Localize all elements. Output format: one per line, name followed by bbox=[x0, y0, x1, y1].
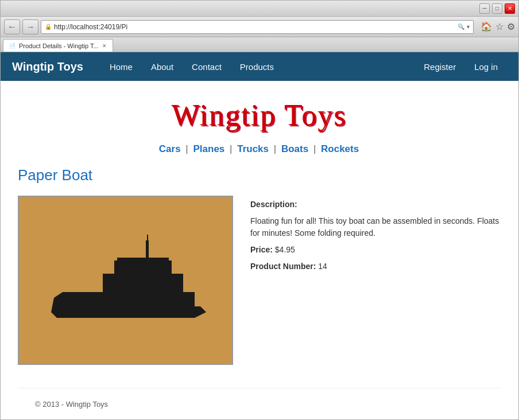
active-tab[interactable]: 📄 Product Details - Wingtip T... ✕ bbox=[3, 39, 113, 52]
nav-links: Home About Contact Products bbox=[100, 62, 415, 72]
close-button[interactable]: ✕ bbox=[505, 3, 515, 14]
product-number-label: Product Number: bbox=[250, 262, 316, 271]
nav-home[interactable]: Home bbox=[100, 62, 142, 72]
svg-rect-5 bbox=[147, 235, 148, 242]
description-label: Description: bbox=[250, 200, 297, 209]
home-icon[interactable]: 🏠 bbox=[481, 21, 492, 32]
svg-rect-3 bbox=[114, 260, 172, 275]
browser-toolbar-icons: 🏠 ☆ ⚙ bbox=[481, 21, 515, 32]
tab-bar: 📄 Product Details - Wingtip T... ✕ bbox=[1, 37, 518, 52]
address-icon: 🔒 bbox=[45, 24, 52, 30]
price-label: Price: bbox=[250, 245, 273, 254]
browser-window: ─ □ ✕ ← → 🔒 http://localhost:24019/Pi 🔍 … bbox=[0, 0, 519, 420]
sep-1: | bbox=[185, 143, 188, 154]
site-nav: Wingtip Toys Home About Contact Products… bbox=[1, 52, 518, 81]
product-number-value: 14 bbox=[318, 262, 327, 271]
minimize-button[interactable]: ─ bbox=[479, 3, 490, 14]
site-footer: © 2013 - Wingtip Toys bbox=[18, 388, 500, 419]
svg-marker-7 bbox=[63, 292, 77, 308]
svg-rect-1 bbox=[63, 292, 195, 308]
category-cars[interactable]: Cars bbox=[159, 143, 181, 154]
product-details: Description: Floating fun for all! This … bbox=[250, 196, 500, 277]
nav-register[interactable]: Register bbox=[415, 62, 465, 72]
footer-text: © 2013 - Wingtip Toys bbox=[35, 400, 108, 409]
title-bar: ─ □ ✕ bbox=[1, 1, 518, 17]
tab-close-button[interactable]: ✕ bbox=[102, 43, 107, 49]
nav-about[interactable]: About bbox=[142, 62, 183, 72]
product-image bbox=[18, 196, 233, 365]
main-content: Wingtip Toys Cars | Planes | Trucks | Bo… bbox=[1, 81, 517, 419]
nav-login[interactable]: Log in bbox=[465, 62, 507, 72]
site-logo: Wingtip Toys bbox=[18, 92, 500, 143]
category-planes[interactable]: Planes bbox=[193, 143, 225, 154]
page-content: Wingtip Toys Home About Contact Products… bbox=[1, 52, 518, 419]
tab-icon: 📄 bbox=[9, 43, 16, 49]
address-text: http://localhost:24019/Pi bbox=[54, 23, 455, 31]
back-button[interactable]: ← bbox=[4, 20, 20, 34]
settings-icon[interactable]: ⚙ bbox=[507, 21, 515, 32]
address-bar[interactable]: 🔒 http://localhost:24019/Pi 🔍 ▾ bbox=[41, 20, 474, 34]
description-text: Floating fun for all! This toy boat can … bbox=[250, 215, 500, 239]
sep-4: | bbox=[313, 143, 316, 154]
category-rockets[interactable]: Rockets bbox=[321, 143, 359, 154]
category-links: Cars | Planes | Trucks | Boats | Rockets bbox=[18, 143, 500, 155]
sep-3: | bbox=[274, 143, 276, 154]
forward-button[interactable]: → bbox=[22, 20, 38, 34]
nav-contact[interactable]: Contact bbox=[183, 62, 231, 72]
nav-right: Register Log in bbox=[415, 62, 507, 72]
dropdown-icon[interactable]: ▾ bbox=[467, 24, 470, 30]
tab-title: Product Details - Wingtip T... bbox=[19, 42, 99, 49]
product-title: Paper Boat bbox=[18, 166, 500, 184]
category-trucks[interactable]: Trucks bbox=[237, 143, 269, 154]
svg-rect-2 bbox=[103, 274, 183, 293]
svg-rect-6 bbox=[117, 258, 169, 262]
nav-products[interactable]: Products bbox=[231, 62, 283, 72]
price-value: $4.95 bbox=[275, 245, 295, 254]
search-icon: 🔍 bbox=[458, 24, 464, 30]
maximize-button[interactable]: □ bbox=[492, 3, 502, 14]
site-brand[interactable]: Wingtip Toys bbox=[12, 60, 83, 73]
category-boats[interactable]: Boats bbox=[281, 143, 308, 154]
sep-2: | bbox=[230, 143, 232, 154]
boat-illustration bbox=[34, 223, 218, 338]
product-layout: Description: Floating fun for all! This … bbox=[18, 196, 500, 365]
browser-toolbar: ← → 🔒 http://localhost:24019/Pi 🔍 ▾ 🏠 ☆ … bbox=[1, 17, 518, 37]
favorites-icon[interactable]: ☆ bbox=[495, 21, 503, 32]
